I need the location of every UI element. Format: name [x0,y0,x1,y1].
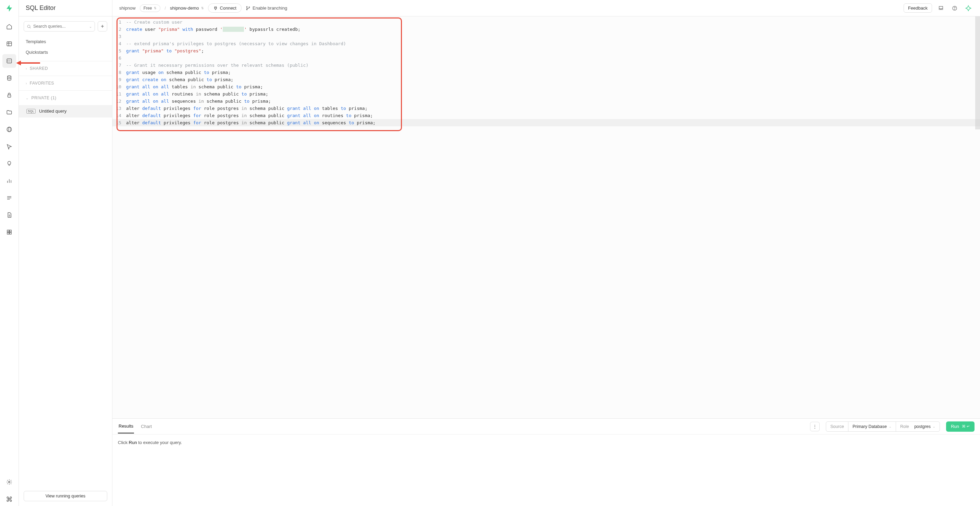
editor-line[interactable]: 14alter default privileges for role post… [112,112,980,119]
editor-line[interactable]: 6 [112,54,980,62]
line-code[interactable]: create user "prisma" with password ' ' b… [126,26,980,33]
chevron-right-icon: › [26,67,27,71]
svg-line-26 [30,27,31,28]
sql-editor[interactable]: 1-- Create custom user2create user "pris… [112,16,980,418]
feedback-button[interactable]: Feedback [904,3,932,13]
svg-rect-21 [10,232,11,234]
editor-line[interactable]: 5grant "prisma" to "postgres"; [112,47,980,54]
line-code[interactable]: -- extend prisma's privileges to postgre… [126,40,980,47]
editor-line[interactable]: 10grant all on all tables in schema publ… [112,83,980,90]
logs-icon[interactable] [2,191,16,205]
svg-point-25 [27,25,30,28]
editor-line[interactable]: 13alter default privileges for role post… [112,105,980,112]
line-number: 6 [112,54,126,62]
editor-line[interactable]: 8grant usage on schema public to prisma; [112,69,980,76]
results-toolbar: Results Chart ⋮ Source Primary Database⌄… [112,418,980,434]
line-number: 11 [112,90,126,98]
home-icon[interactable] [2,20,16,33]
run-button[interactable]: Run ⌘ ↵ [946,422,975,432]
line-number: 7 [112,62,126,69]
settings-icon[interactable] [2,475,16,489]
editor-line[interactable]: 3 [112,33,980,40]
svg-rect-6 [8,95,11,97]
line-code[interactable]: grant usage on schema public to prisma; [126,69,980,76]
line-code[interactable]: -- Create custom user [126,19,980,26]
updown-icon: ⇅ [154,6,157,10]
svg-rect-0 [7,42,12,46]
shared-section[interactable]: ›SHARED [19,61,112,76]
favorites-section[interactable]: ›FAVORITES [19,76,112,90]
svg-rect-20 [7,232,9,234]
svg-point-7 [7,127,12,132]
edge-functions-icon[interactable] [2,122,16,136]
project-selector[interactable]: shipnow-demo⇅ [170,5,204,11]
sql-editor-icon[interactable] [2,54,16,68]
query-list-item[interactable]: SQL Untitled query [19,105,112,117]
enable-branching-button[interactable]: Enable branching [246,5,287,11]
editor-line[interactable]: 7-- Grant it necessary permissions over … [112,62,980,69]
chevron-down-icon: ⌄ [889,425,892,428]
source-selector[interactable]: Source Primary Database⌄ Role postgres⌄ [826,422,940,432]
line-number: 12 [112,98,126,105]
line-code[interactable] [126,54,980,62]
line-code[interactable]: grant all on all sequences in schema pub… [126,98,980,105]
line-code[interactable]: alter default privileges for role postgr… [126,112,980,119]
editor-line[interactable]: 12grant all on all sequences in schema p… [112,98,980,105]
view-running-queries-button[interactable]: View running queries [24,491,107,501]
svg-rect-18 [7,230,9,232]
editor-line[interactable]: 4-- extend prisma's privileges to postgr… [112,40,980,47]
new-query-button[interactable]: + [98,21,107,32]
api-docs-icon[interactable] [2,208,16,222]
more-options-button[interactable]: ⋮ [810,422,819,431]
database-icon[interactable] [2,71,16,85]
line-number: 1 [112,19,126,26]
line-code[interactable]: alter default privileges for role postgr… [126,119,980,126]
page-title: SQL Editor [19,0,112,16]
svg-point-31 [954,9,955,9]
search-queries-input[interactable]: ⌄ [24,21,95,32]
advisors-icon[interactable] [2,157,16,170]
editor-line[interactable]: 11grant all on all routines in schema pu… [112,90,980,98]
command-icon[interactable] [2,492,16,506]
quickstarts-link[interactable]: Quickstarts [19,47,112,57]
auth-icon[interactable] [2,88,16,102]
integrations-icon[interactable] [2,225,16,239]
private-section[interactable]: ⌄PRIVATE (1) [19,91,112,105]
search-icon [27,24,31,29]
org-name[interactable]: shipnow [119,5,136,11]
templates-link[interactable]: Templates [19,36,112,47]
line-number: 10 [112,83,126,90]
reports-icon[interactable] [2,174,16,187]
line-number: 9 [112,76,126,83]
editor-line[interactable]: 15alter default privileges for role post… [112,119,980,126]
connect-button[interactable]: Connect [208,3,242,13]
line-code[interactable]: -- Grant it necessary permissions over t… [126,62,980,69]
updown-icon: ⇅ [201,6,204,10]
svg-rect-19 [10,230,11,232]
help-icon[interactable] [950,3,959,13]
table-editor-icon[interactable] [2,37,16,51]
tab-chart[interactable]: Chart [140,420,153,433]
line-code[interactable]: grant "prisma" to "postgres"; [126,47,980,54]
editor-scrollbar[interactable] [975,16,980,129]
line-code[interactable]: grant all on all routines in schema publ… [126,90,980,98]
topbar: shipnow Free⇅ / shipnow-demo⇅ Connect En… [112,0,980,16]
storage-icon[interactable] [2,105,16,119]
line-code[interactable]: grant all on all tables in schema public… [126,83,980,90]
editor-line[interactable]: 9grant create on schema public to prisma… [112,76,980,83]
plan-badge[interactable]: Free⇅ [140,5,161,12]
line-code[interactable]: grant create on schema public to prisma; [126,76,980,83]
editor-line[interactable]: 1-- Create custom user [112,19,980,26]
run-shortcut: ⌘ ↵ [962,424,970,428]
ai-assistant-icon[interactable] [964,3,973,13]
tab-results[interactable]: Results [118,419,134,433]
plug-icon [213,6,218,11]
chevron-down-icon: ⌄ [89,25,92,29]
inbox-icon[interactable] [936,3,946,13]
realtime-icon[interactable] [2,140,16,153]
line-code[interactable]: alter default privileges for role postgr… [126,105,980,112]
line-number: 3 [112,33,126,40]
line-code[interactable] [126,33,980,40]
supabase-logo [5,4,13,12]
editor-line[interactable]: 2create user "prisma" with password ' ' … [112,26,980,33]
